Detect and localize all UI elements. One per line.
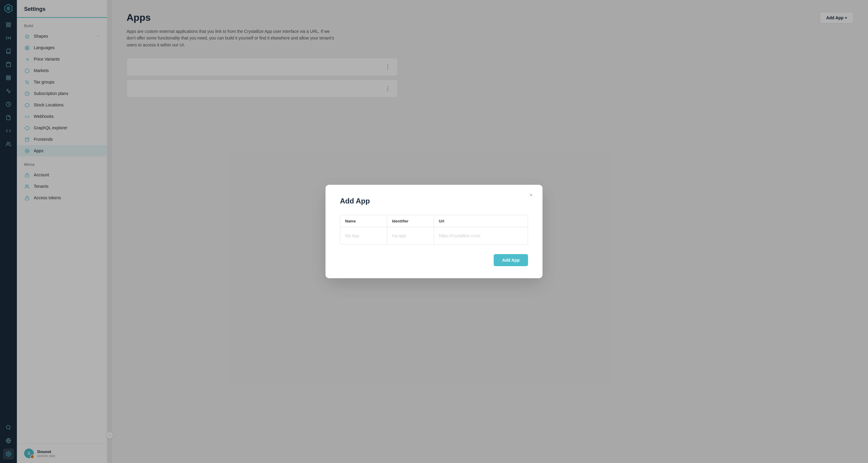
modal-footer: Add App [340,254,528,266]
form-table: Name Identifier Url [340,215,528,244]
col-header-identifier: Identifier [387,215,434,227]
identifier-input-wrapper [387,227,434,244]
modal-close-button[interactable]: × [527,191,535,199]
url-input[interactable] [434,227,528,244]
modal-overlay[interactable]: × Add App Name Identifier Url Add [0,0,868,463]
name-input[interactable] [340,227,387,244]
form-table-body [340,227,528,244]
name-input-wrapper [340,227,387,244]
identifier-input[interactable] [387,227,434,244]
url-input-wrapper [434,227,528,244]
col-header-name: Name [340,215,387,227]
modal-title: Add App [340,197,528,205]
add-app-modal: × Add App Name Identifier Url Add [326,185,542,278]
form-table-header: Name Identifier Url [340,215,528,227]
col-header-url: Url [434,215,528,227]
modal-submit-button[interactable]: Add App [494,254,528,266]
